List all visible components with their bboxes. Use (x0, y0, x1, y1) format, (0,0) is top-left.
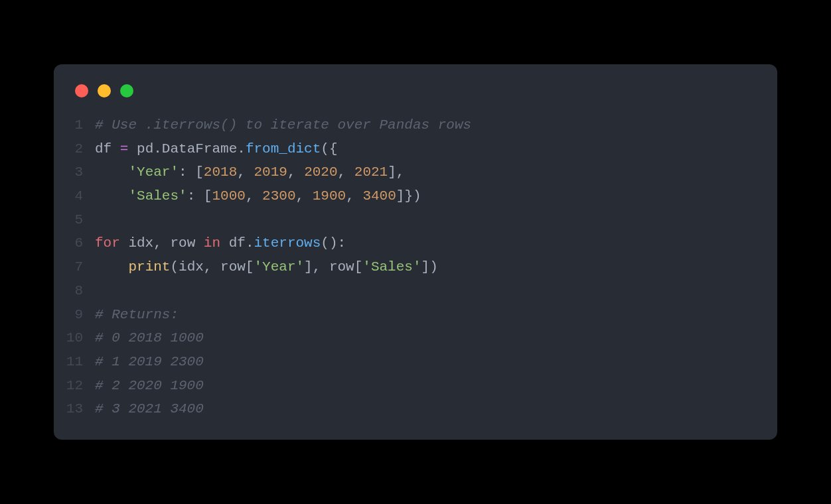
code-line: 3 'Year': [2018, 2019, 2020, 2021], (54, 160, 777, 184)
code-content: print(idx, row['Year'], row['Sales']) (95, 255, 438, 279)
code-content: # Use .iterrows() to iterate over Pandas… (95, 113, 471, 137)
close-icon[interactable] (75, 84, 88, 97)
code-line: 6 for idx, row in df.iterrows(): (54, 231, 777, 255)
code-content: df = pd.DataFrame.from_dict({ (95, 137, 338, 161)
code-line: 1 # Use .iterrows() to iterate over Pand… (54, 113, 777, 137)
line-number: 4 (54, 184, 95, 208)
line-number: 1 (54, 113, 95, 137)
code-line: 8 (54, 279, 777, 303)
code-line: 2 df = pd.DataFrame.from_dict({ (54, 137, 777, 161)
code-content: # 1 2019 2300 (95, 350, 204, 374)
code-line: 5 (54, 208, 777, 232)
code-content: # Returns: (95, 303, 179, 327)
code-content: for idx, row in df.iterrows(): (95, 231, 346, 255)
code-content: 'Year': [2018, 2019, 2020, 2021], (95, 160, 404, 184)
code-editor[interactable]: 1 # Use .iterrows() to iterate over Pand… (54, 113, 777, 421)
code-line: 13 # 3 2021 3400 (54, 397, 777, 421)
line-number: 13 (54, 397, 95, 421)
minimize-icon[interactable] (98, 84, 111, 97)
code-content: 'Sales': [1000, 2300, 1900, 3400]}) (95, 184, 421, 208)
code-content: # 0 2018 1000 (95, 326, 204, 350)
line-number: 8 (54, 279, 95, 303)
code-window: 1 # Use .iterrows() to iterate over Pand… (54, 64, 777, 440)
code-line: 11 # 1 2019 2300 (54, 350, 777, 374)
line-number: 6 (54, 231, 95, 255)
line-number: 7 (54, 255, 95, 279)
line-number: 11 (54, 350, 95, 374)
code-line: 12 # 2 2020 1900 (54, 374, 777, 398)
line-number: 2 (54, 137, 95, 161)
line-number: 9 (54, 303, 95, 327)
line-number: 5 (54, 208, 95, 232)
code-content: # 2 2020 1900 (95, 374, 204, 398)
code-content: # 3 2021 3400 (95, 397, 204, 421)
code-line: 9 # Returns: (54, 303, 777, 327)
line-number: 10 (54, 326, 95, 350)
code-line: 10 # 0 2018 1000 (54, 326, 777, 350)
line-number: 3 (54, 160, 95, 184)
window-titlebar (54, 80, 777, 113)
maximize-icon[interactable] (120, 84, 133, 97)
code-line: 7 print(idx, row['Year'], row['Sales']) (54, 255, 777, 279)
code-line: 4 'Sales': [1000, 2300, 1900, 3400]}) (54, 184, 777, 208)
line-number: 12 (54, 374, 95, 398)
